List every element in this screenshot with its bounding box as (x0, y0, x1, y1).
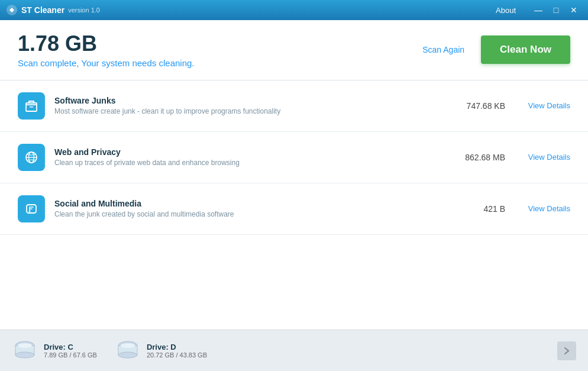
web-privacy-desc: Clean up traces of private web data and … (54, 159, 446, 167)
social-multimedia-desc: Clean the junk created by social and mul… (54, 210, 446, 218)
clean-now-button[interactable]: Clean Now (481, 36, 570, 64)
app-name: ST Cleaner (21, 5, 64, 15)
app-logo-icon (6, 4, 18, 16)
software-junks-size: 747.68 KB (446, 101, 505, 111)
minimize-button[interactable]: — (530, 3, 547, 17)
about-button[interactable]: About (492, 5, 519, 16)
web-privacy-size: 862.68 MB (446, 153, 505, 162)
web-privacy-icon (18, 144, 45, 171)
drive-c-label: Drive: C (44, 343, 97, 351)
svg-point-13 (118, 352, 137, 358)
scan-again-button[interactable]: Scan Again (415, 40, 471, 59)
close-button[interactable]: ✕ (566, 3, 582, 17)
app-version: version 1.0 (68, 7, 100, 14)
software-junks-title: Software Junks (54, 96, 446, 105)
software-junks-desc: Most software create junk - clean it up … (54, 107, 446, 115)
total-size: 1.78 GB (18, 32, 415, 56)
svg-point-9 (15, 352, 34, 358)
drive-c-size: 7.89 GB / 67.6 GB (44, 351, 97, 359)
footer: Drive: C 7.89 GB / 67.6 GB Drive: D 20.7… (0, 330, 588, 371)
music-icon (24, 201, 39, 217)
drive-c-info: Drive: C 7.89 GB / 67.6 GB (44, 343, 97, 359)
scan-status: Scan complete, Your system needs cleanin… (18, 58, 415, 68)
software-junks-text: Software Junks Most software create junk… (54, 96, 446, 115)
header-section: 1.78 GB Scan complete, Your system needs… (0, 20, 588, 80)
svg-point-10 (18, 343, 32, 348)
header-info: 1.78 GB Scan complete, Your system needs… (18, 32, 415, 68)
maximize-button[interactable]: □ (548, 3, 564, 17)
main-content: Software Junks Most software create junk… (0, 80, 588, 330)
software-junks-icon (18, 92, 45, 120)
web-privacy-title: Web and Privacy (54, 147, 446, 157)
drive-c-icon (12, 340, 38, 362)
drive-d-size: 20.72 GB / 43.83 GB (147, 351, 207, 359)
drive-d-item: Drive: D 20.72 GB / 43.83 GB (115, 340, 207, 362)
drive-d-info: Drive: D 20.72 GB / 43.83 GB (147, 343, 207, 359)
category-row-social-multimedia: Social and Multimedia Clean the junk cre… (0, 183, 588, 235)
social-multimedia-text: Social and Multimedia Clean the junk cre… (54, 199, 446, 218)
svg-point-14 (121, 343, 135, 348)
social-multimedia-view-details-button[interactable]: View Details (523, 204, 570, 213)
drive-c-item: Drive: C 7.89 GB / 67.6 GB (12, 340, 97, 362)
svg-rect-2 (30, 107, 33, 108)
category-row-software-junks: Software Junks Most software create junk… (0, 80, 588, 132)
web-privacy-text: Web and Privacy Clean up traces of priva… (54, 147, 446, 167)
category-row-web-privacy: Web and Privacy Clean up traces of priva… (0, 132, 588, 183)
chevron-right-icon (562, 346, 571, 356)
globe-icon (24, 150, 39, 165)
header-actions: Scan Again Clean Now (415, 36, 570, 64)
drive-d-label: Drive: D (147, 343, 207, 351)
social-multimedia-icon (18, 195, 45, 222)
scroll-button[interactable] (557, 341, 576, 360)
web-privacy-view-details-button[interactable]: View Details (523, 153, 570, 162)
social-multimedia-title: Social and Multimedia (54, 199, 446, 208)
box-icon (24, 98, 39, 114)
drive-d-icon (115, 340, 141, 362)
titlebar: ST Cleaner version 1.0 About — □ ✕ (0, 0, 588, 20)
software-junks-view-details-button[interactable]: View Details (523, 101, 570, 110)
social-multimedia-size: 421 B (446, 204, 505, 214)
